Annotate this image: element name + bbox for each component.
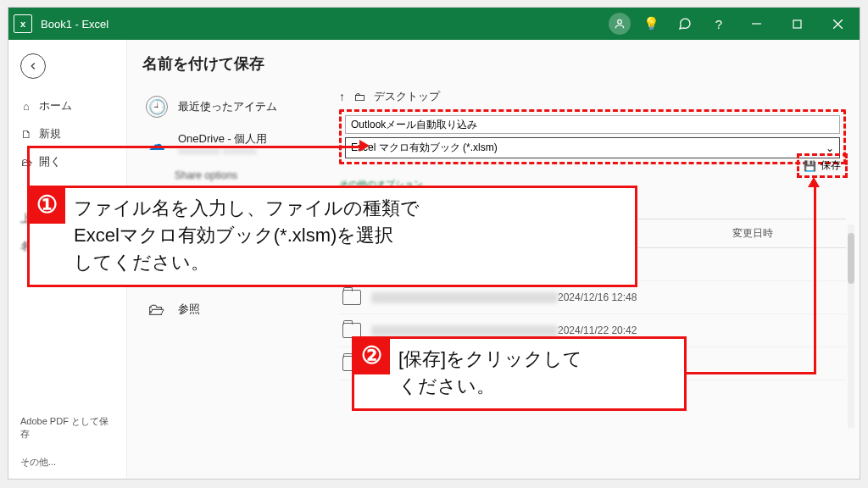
maximize-button[interactable] <box>780 8 814 40</box>
file-name-redacted <box>371 325 558 336</box>
nav-adobe-pdf[interactable]: Adobe PDF として保存 <box>20 415 114 441</box>
loc-browse-label: 参照 <box>178 302 200 317</box>
loc-onedrive-label: OneDrive - 個人用 <box>178 132 267 145</box>
annotation-step1-line1: ファイル名を入力し、ファイルの種類で <box>74 195 623 222</box>
feedback-icon[interactable] <box>671 8 698 40</box>
minimize-button[interactable] <box>739 8 773 40</box>
annotation-step2-line2: ください。 <box>398 373 672 400</box>
svg-rect-2 <box>793 20 801 28</box>
up-arrow-icon[interactable]: ↑ <box>339 90 345 103</box>
file-date: 2024/12/16 12:48 <box>558 291 668 303</box>
nav-open-label: 開く <box>39 155 61 169</box>
help-icon[interactable]: ? <box>705 8 732 40</box>
chevron-down-icon: ⌄ <box>826 142 834 154</box>
filename-input[interactable] <box>345 115 840 134</box>
loc-onedrive[interactable]: ☁OneDrive - 個人用xxxxxxxxxx xxxxxxxx <box>142 125 336 163</box>
close-button[interactable] <box>821 8 854 40</box>
home-icon: ⌂ <box>20 100 32 113</box>
filename-filetype-box: Excel マクロ有効ブック (*.xlsm) ⌄ <box>339 109 846 164</box>
file-date: 2024/11/22 20:42 <box>558 324 668 336</box>
annotation-step1-line3: してください。 <box>74 249 623 276</box>
svg-point-0 <box>618 19 622 24</box>
open-icon: 🗁 <box>20 156 32 169</box>
onedrive-icon: ☁ <box>146 133 168 155</box>
recent-icon: 🕘 <box>146 96 168 118</box>
scrollbar-thumb[interactable] <box>848 233 854 284</box>
annotation-badge-2: ② <box>353 337 390 374</box>
folder-path-icon: 🗀 <box>353 90 365 103</box>
col-date-header[interactable]: 変更日時 <box>732 226 843 241</box>
nav-home-label: ホーム <box>39 99 72 114</box>
browse-icon: 🗁 <box>146 298 168 320</box>
scrollbar[interactable] <box>848 225 854 428</box>
save-button-label: 保存 <box>821 158 841 173</box>
nav-open[interactable]: 🗁開く <box>8 150 126 175</box>
nav-other[interactable]: その他... <box>20 456 114 469</box>
path-location[interactable]: デスクトップ <box>374 89 440 104</box>
lightbulb-icon[interactable]: 💡 <box>637 8 665 40</box>
loc-recent[interactable]: 🕘最近使ったアイテム <box>142 89 336 125</box>
filetype-value: Excel マクロ有効ブック (*.xlsm) <box>351 141 498 155</box>
nav-home[interactable]: ⌂ホーム <box>8 94 126 119</box>
annotation-step1-line2: Excelマクロ有効ブック(*.xlsm)を選択 <box>74 222 623 249</box>
page-title: 名前を付けて保存 <box>142 53 856 74</box>
account-avatar[interactable] <box>609 13 631 35</box>
save-icon: 💾 <box>804 160 816 172</box>
nav-new[interactable]: 🗋新規 <box>8 122 126 147</box>
save-button[interactable]: 💾 保存 <box>797 153 848 178</box>
window-title: Book1 - Excel <box>41 18 609 30</box>
excel-app-icon: x <box>14 14 32 33</box>
loc-browse[interactable]: 🗁参照 <box>142 291 336 327</box>
new-icon: 🗋 <box>20 128 32 141</box>
back-button[interactable] <box>20 53 46 79</box>
nav-new-label: 新規 <box>39 127 61 141</box>
titlebar: x Book1 - Excel 💡 ? <box>8 8 860 40</box>
annotation-badge-1: ① <box>28 186 65 224</box>
annotation-step2: ② [保存]をクリックして ください。 <box>352 336 687 411</box>
folder-icon <box>342 290 361 305</box>
filetype-dropdown[interactable]: Excel マクロ有効ブック (*.xlsm) ⌄ <box>345 137 840 158</box>
annotation-step1: ① ファイル名を入力し、ファイルの種類で Excelマクロ有効ブック(*.xls… <box>27 186 637 287</box>
share-options-label: Share options <box>175 169 336 181</box>
file-name-redacted <box>371 292 558 303</box>
loc-recent-label: 最近使ったアイテム <box>178 99 277 114</box>
annotation-step2-line1: [保存]をクリックして <box>398 346 672 373</box>
